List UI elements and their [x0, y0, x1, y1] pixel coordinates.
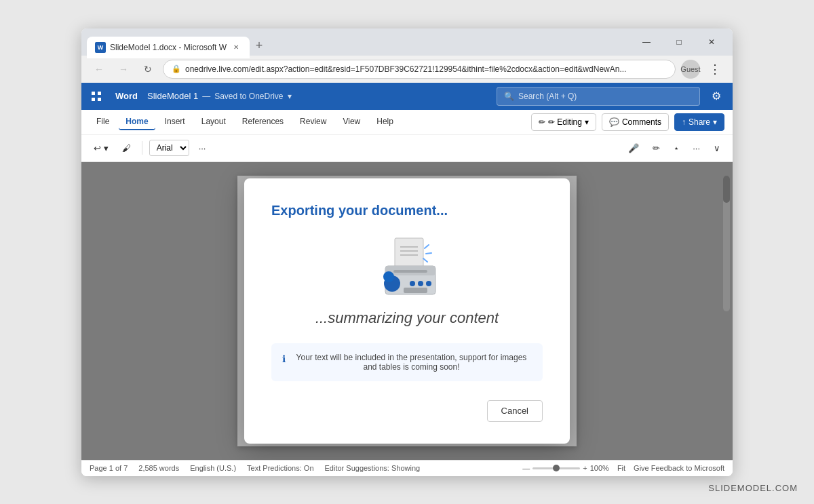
watermark: SLIDEMODEL.COM — [708, 483, 798, 493]
browser-titlebar: W SlideModel 1.docx - Microsoft W ✕ + — … — [81, 28, 733, 56]
font-selector[interactable]: Arial — [149, 140, 189, 156]
tab-close-button[interactable]: ✕ — [231, 42, 241, 53]
export-modal: Exporting your document... — [244, 178, 570, 444]
minimize-button[interactable]: — — [631, 31, 662, 53]
profile-label: Guest — [680, 65, 700, 73]
settings-button[interactable]: ⚙ — [705, 85, 727, 107]
address-bar[interactable]: 🔒 onedrive.live.com/edit.aspx?action=edi… — [163, 60, 676, 79]
share-button[interactable]: ↑ Share ▾ — [674, 113, 724, 131]
ribbon-menu: File Home Insert Layout References Revie… — [81, 110, 733, 134]
zoom-level: 100% — [590, 464, 609, 472]
modal-status: ...summarizing your content — [315, 309, 499, 327]
page-info: Page 1 of 7 — [90, 464, 128, 472]
menu-help[interactable]: Help — [370, 114, 400, 130]
word-app-bar: Word SlideModel 1 — Saved to OneDrive ▾ … — [81, 83, 733, 110]
maximize-button[interactable]: □ — [663, 31, 695, 53]
toolbar-divider — [142, 141, 142, 155]
menu-review[interactable]: Review — [293, 114, 333, 130]
zoom-slider-thumb — [553, 465, 560, 471]
back-button[interactable]: ← — [90, 60, 109, 79]
printer-illustration — [360, 235, 454, 309]
ribbon-collapse-button[interactable]: ∨ — [710, 139, 724, 157]
editing-label: ✏ Editing — [548, 117, 582, 127]
doc-area: P Durin t, man ed to ca es that — [81, 162, 733, 460]
doc-title-area: SlideModel 1 — Saved to OneDrive ▾ — [147, 91, 292, 101]
chevron-down-icon[interactable]: ▾ — [288, 92, 292, 101]
svg-rect-19 — [404, 288, 427, 293]
search-icon: 🔍 — [504, 92, 514, 101]
tab-favicon: W — [95, 42, 106, 53]
menu-references[interactable]: References — [235, 114, 290, 130]
grid-icon[interactable] — [87, 87, 106, 106]
word-count: 2,585 words — [138, 464, 179, 472]
status-right: — + 100% Fit Give Feedback to Microsoft — [522, 464, 724, 472]
svg-line-9 — [426, 253, 431, 254]
editor-suggestions: Editor Suggestions: Showing — [325, 464, 421, 472]
tab-title: SlideModel 1.docx - Microsoft W — [110, 43, 227, 52]
svg-line-10 — [423, 258, 427, 262]
browser-menu-button[interactable]: ⋮ — [705, 60, 724, 79]
comments-label: Comments — [622, 117, 661, 127]
editing-button[interactable]: ✏ ✏ Editing ▾ — [531, 113, 596, 131]
word-logo: Word — [111, 90, 142, 102]
ribbon-toolbar: ↩ ▾ 🖌 Arial ··· 🎤 ✏ ⋆ ··· ∨ — [81, 134, 733, 161]
zoom-minus[interactable]: — — [522, 464, 530, 472]
chevron-down-icon: ▾ — [585, 117, 589, 127]
search-placeholder: Search (Alt + Q) — [518, 92, 577, 101]
feedback-link[interactable]: Give Feedback to Microsoft — [634, 464, 724, 472]
modal-title: Exporting your document... — [271, 203, 448, 218]
undo-button[interactable]: ↩ ▾ — [90, 139, 113, 157]
designer-button[interactable]: ⋆ — [670, 139, 683, 157]
menu-insert[interactable]: Insert — [158, 114, 192, 130]
refresh-button[interactable]: ↻ — [138, 60, 157, 79]
address-text: onedrive.live.com/edit.aspx?action=edit&… — [185, 64, 667, 74]
zoom-slider[interactable] — [532, 467, 580, 469]
forward-button[interactable]: → — [114, 60, 133, 79]
word-ribbon: File Home Insert Layout References Revie… — [81, 110, 733, 162]
info-icon: ℹ — [282, 353, 286, 364]
svg-line-8 — [425, 245, 429, 248]
svg-rect-2 — [92, 98, 95, 101]
saved-status: Saved to OneDrive — [214, 92, 283, 101]
menu-home[interactable]: Home — [119, 114, 155, 130]
svg-point-16 — [410, 281, 415, 286]
browser-addressbar: ← → ↻ 🔒 onedrive.live.com/edit.aspx?acti… — [81, 56, 733, 83]
cancel-button[interactable]: Cancel — [487, 400, 543, 422]
status-bar: Page 1 of 7 2,585 words English (U.S.) T… — [81, 460, 733, 476]
svg-point-18 — [426, 281, 431, 286]
zoom-control[interactable]: — + 100% — [522, 464, 609, 472]
svg-point-17 — [418, 281, 423, 286]
close-button[interactable]: ✕ — [696, 31, 727, 53]
menu-layout[interactable]: Layout — [195, 114, 233, 130]
modal-info-box: ℹ Your text will be included in the pres… — [271, 343, 543, 381]
microphone-button[interactable]: 🎤 — [624, 139, 643, 157]
saved-badge: — — [202, 92, 210, 101]
ribbon-right: ✏ ✏ Editing ▾ 💬 Comments ↑ Share ▾ — [531, 113, 724, 131]
modal-footer: Cancel — [487, 400, 543, 422]
browser-window: W SlideModel 1.docx - Microsoft W ✕ + — … — [81, 28, 733, 476]
new-tab-button[interactable]: + — [250, 37, 269, 56]
pencil-icon: ✏ — [539, 117, 545, 127]
overflow-button[interactable]: ··· — [689, 139, 704, 157]
profile-button[interactable]: Guest — [681, 60, 700, 79]
word-search-box[interactable]: 🔍 Search (Alt + Q) — [497, 87, 700, 106]
menu-view[interactable]: View — [336, 114, 367, 130]
draw-button[interactable]: ✏ — [648, 139, 664, 157]
svg-point-15 — [383, 271, 394, 282]
active-tab[interactable]: W SlideModel 1.docx - Microsoft W ✕ — [87, 37, 250, 58]
doc-title: SlideModel 1 — [147, 91, 198, 101]
share-icon: ↑ — [682, 117, 686, 127]
more-toolbar-button[interactable]: ··· — [195, 139, 210, 157]
language: English (U.S.) — [190, 464, 236, 472]
svg-rect-13 — [393, 270, 427, 273]
zoom-plus[interactable]: + — [583, 464, 587, 472]
comments-button[interactable]: 💬 Comments — [602, 113, 669, 131]
text-predictions: Text Predictions: On — [247, 464, 313, 472]
svg-rect-3 — [98, 98, 101, 101]
format-paint-button[interactable]: 🖌 — [118, 139, 135, 157]
menu-file[interactable]: File — [90, 114, 116, 130]
lock-icon: 🔒 — [172, 64, 181, 73]
fit-button[interactable]: Fit — [617, 464, 625, 472]
modal-info-text: Your text will be included in the presen… — [291, 353, 532, 372]
share-label: Share — [689, 117, 710, 127]
